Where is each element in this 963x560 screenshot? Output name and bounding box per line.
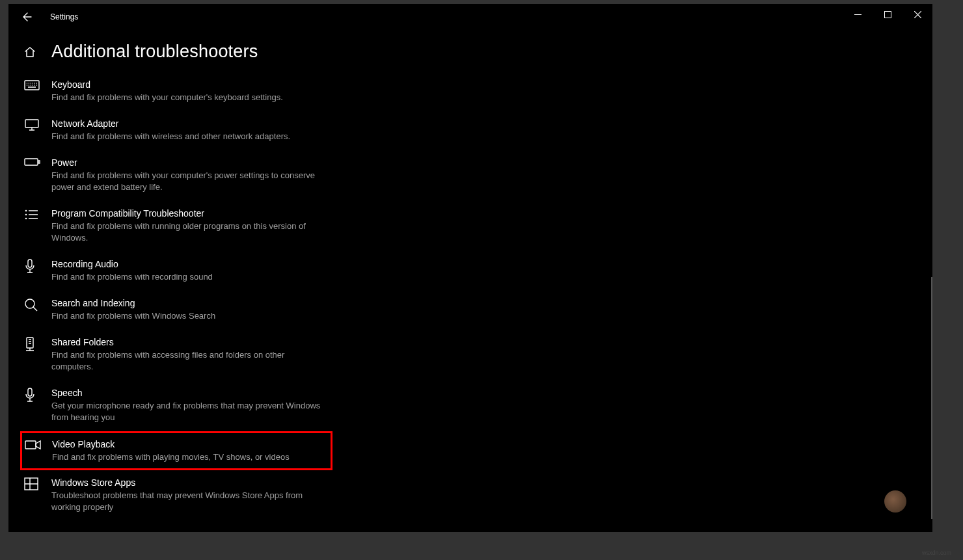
watermark: wsxdn.com bbox=[922, 550, 951, 556]
troubleshooter-recording-audio[interactable]: Recording Audio Find and fix problems wi… bbox=[23, 252, 387, 289]
maximize-button[interactable] bbox=[873, 4, 902, 25]
item-desc: Get your microphone ready and fix proble… bbox=[51, 400, 325, 423]
minimize-icon bbox=[854, 11, 861, 18]
back-button[interactable] bbox=[15, 5, 38, 29]
grid-icon bbox=[24, 477, 51, 490]
item-desc: Troubleshoot problems that may prevent W… bbox=[51, 490, 325, 513]
svg-rect-11 bbox=[28, 388, 32, 396]
item-desc: Find and fix problems with accessing fil… bbox=[51, 349, 325, 373]
server-icon bbox=[24, 336, 51, 353]
item-desc: Find and fix problems with Windows Searc… bbox=[51, 310, 215, 322]
svg-point-5 bbox=[25, 210, 27, 212]
item-desc: Find and fix problems with your computer… bbox=[51, 92, 283, 103]
troubleshooter-search-indexing[interactable]: Search and Indexing Find and fix problem… bbox=[23, 291, 387, 328]
item-title: Network Adapter bbox=[51, 118, 290, 130]
video-camera-icon bbox=[25, 438, 52, 451]
svg-point-9 bbox=[25, 299, 34, 308]
svg-rect-8 bbox=[28, 260, 32, 267]
search-icon bbox=[24, 297, 51, 312]
item-title: Shared Folders bbox=[51, 336, 325, 349]
microphone-icon bbox=[24, 387, 51, 403]
close-button[interactable] bbox=[902, 4, 932, 25]
item-title: Keyboard bbox=[51, 79, 283, 91]
troubleshooter-power[interactable]: Power Find and fix problems with your co… bbox=[23, 150, 387, 200]
item-desc: Find and fix problems with recording sou… bbox=[51, 271, 213, 283]
item-desc: Find and fix problems with playing movie… bbox=[52, 451, 290, 463]
minimize-button[interactable] bbox=[843, 4, 873, 25]
item-title: Speech bbox=[51, 387, 325, 399]
close-icon bbox=[914, 11, 921, 18]
troubleshooter-speech[interactable]: Speech Get your microphone ready and fix… bbox=[23, 380, 387, 430]
mascot-avatar bbox=[884, 490, 906, 513]
keyboard-icon bbox=[24, 79, 51, 91]
settings-window: Settings Additional troubleshooters bbox=[8, 4, 932, 532]
microphone-icon bbox=[24, 258, 51, 274]
item-desc: Find and fix problems with running older… bbox=[51, 220, 325, 244]
svg-rect-2 bbox=[25, 120, 38, 127]
maximize-icon bbox=[884, 11, 891, 18]
home-button[interactable] bbox=[23, 45, 37, 59]
svg-rect-4 bbox=[38, 161, 40, 163]
app-title: Settings bbox=[50, 12, 78, 21]
scrollbar[interactable] bbox=[931, 277, 932, 519]
monitor-icon bbox=[24, 118, 51, 131]
svg-point-6 bbox=[25, 214, 27, 216]
troubleshooter-network-adapter[interactable]: Network Adapter Find and fix problems wi… bbox=[23, 111, 387, 149]
svg-rect-0 bbox=[884, 11, 891, 18]
item-title: Power bbox=[51, 157, 325, 169]
window-controls bbox=[843, 4, 932, 25]
troubleshooter-video-playback[interactable]: Video Playback Find and fix problems wit… bbox=[20, 431, 332, 470]
item-title: Recording Audio bbox=[51, 258, 213, 271]
item-desc: Find and fix problems with your computer… bbox=[51, 170, 325, 193]
troubleshooter-program-compatibility[interactable]: Program Compatibility Troubleshooter Fin… bbox=[23, 201, 387, 250]
titlebar: Settings bbox=[8, 4, 932, 30]
troubleshooter-shared-folders[interactable]: Shared Folders Find and fix problems wit… bbox=[23, 330, 387, 379]
troubleshooter-list: Keyboard Find and fix problems with your… bbox=[8, 64, 387, 520]
item-title: Program Compatibility Troubleshooter bbox=[51, 207, 325, 220]
troubleshooter-keyboard[interactable]: Keyboard Find and fix problems with your… bbox=[23, 72, 387, 110]
item-title: Video Playback bbox=[52, 438, 290, 451]
page-header: Additional troubleshooters bbox=[8, 30, 932, 64]
svg-point-7 bbox=[25, 218, 27, 220]
item-desc: Find and fix problems with wireless and … bbox=[51, 131, 290, 142]
page-title: Additional troubleshooters bbox=[51, 42, 258, 62]
troubleshooter-windows-store-apps[interactable]: Windows Store Apps Troubleshoot problems… bbox=[23, 470, 387, 520]
arrow-left-icon bbox=[21, 12, 32, 22]
item-title: Windows Store Apps bbox=[51, 477, 325, 489]
battery-icon bbox=[24, 157, 51, 167]
item-title: Search and Indexing bbox=[51, 297, 215, 310]
svg-rect-12 bbox=[25, 441, 36, 449]
svg-rect-3 bbox=[25, 159, 38, 165]
list-icon bbox=[24, 207, 51, 221]
home-icon bbox=[23, 46, 36, 59]
